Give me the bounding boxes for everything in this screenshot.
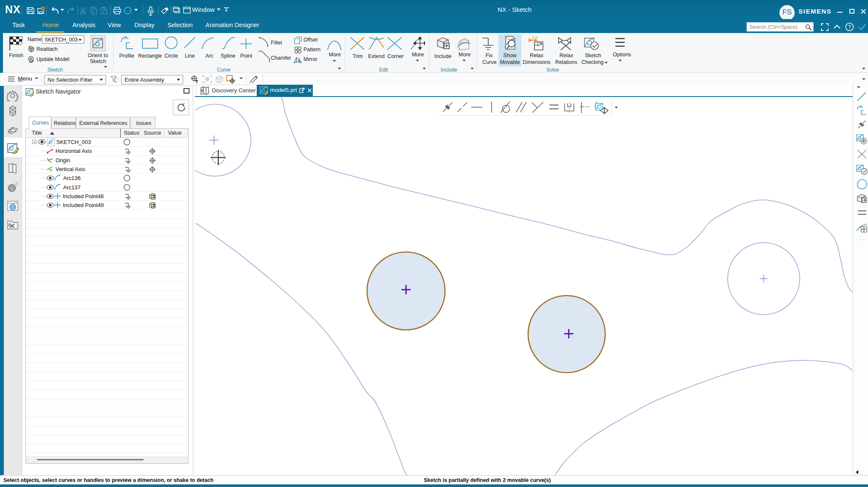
svg-text:Y: Y: [50, 169, 53, 173]
svg-text:i: i: [11, 185, 13, 191]
svg-text:1.0: 1.0: [532, 36, 537, 40]
svg-text:?: ?: [848, 24, 851, 30]
